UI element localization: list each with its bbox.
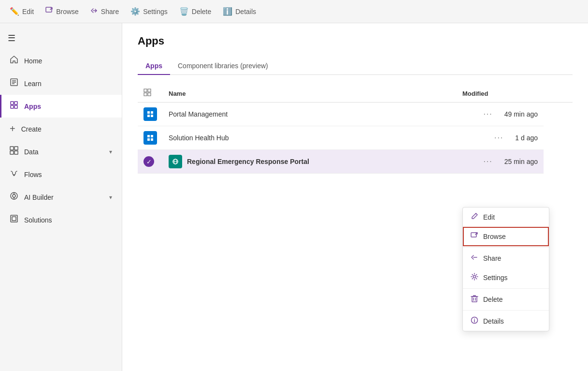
edit-icon: ✏️ <box>10 7 19 16</box>
row-modified-cell: ··· 49 min ago <box>457 103 544 126</box>
context-menu-share[interactable]: Share <box>463 249 549 268</box>
svg-rect-18 <box>11 215 17 222</box>
svg-rect-8 <box>14 105 17 108</box>
context-menu: Edit Browse Share <box>462 207 549 331</box>
content-area: Apps Apps Component libraries (preview) <box>122 23 588 371</box>
svg-rect-23 <box>148 93 151 96</box>
sidebar-solutions-label: Solutions <box>24 216 52 224</box>
context-menu-browse[interactable]: Browse <box>463 227 549 246</box>
sidebar-item-data[interactable]: Data ▾ <box>0 140 122 163</box>
main-layout: ☰ Home Learn <box>0 23 588 371</box>
sidebar-home-label: Home <box>24 57 42 65</box>
context-browse-label: Browse <box>483 233 506 240</box>
context-menu-delete[interactable]: Delete <box>463 290 549 309</box>
context-delete-label: Delete <box>483 296 502 303</box>
toolbar-settings[interactable]: ⚙️ Settings <box>130 7 168 16</box>
svg-rect-6 <box>14 102 17 104</box>
context-menu-edit[interactable]: Edit <box>463 208 549 227</box>
sidebar-create-label: Create <box>21 125 42 133</box>
create-icon: + <box>10 123 15 134</box>
sidebar-item-home[interactable]: Home <box>0 49 122 72</box>
col-header-icon[interactable] <box>138 85 163 103</box>
settings-icon: ⚙️ <box>130 7 140 16</box>
context-settings-label: Settings <box>483 274 508 282</box>
modified-text: 25 min ago <box>504 158 538 165</box>
context-details-label: Details <box>483 317 504 325</box>
svg-rect-24 <box>147 111 150 114</box>
context-share-icon <box>471 253 478 263</box>
sidebar-item-learn[interactable]: Learn <box>0 72 122 95</box>
svg-rect-21 <box>148 89 151 92</box>
sidebar-item-solutions[interactable]: Solutions <box>0 208 122 231</box>
tab-apps[interactable]: Apps <box>138 57 170 74</box>
sidebar-item-apps[interactable]: Apps <box>0 95 122 118</box>
row-modified-cell: ··· 25 min ago <box>457 150 544 174</box>
home-icon <box>10 55 18 66</box>
context-menu-settings[interactable]: Settings <box>463 268 549 287</box>
svg-rect-37 <box>472 297 477 302</box>
sidebar-ai-builder-label: AI Builder <box>24 193 54 201</box>
hamburger-button[interactable]: ☰ <box>0 27 122 49</box>
svg-rect-25 <box>151 111 153 114</box>
app-name: Regional Emergency Response Portal <box>187 158 309 165</box>
row-check-cell: ✓ <box>138 150 163 174</box>
svg-rect-29 <box>151 135 153 137</box>
toolbar-edit[interactable]: ✏️ Edit <box>10 7 34 16</box>
svg-rect-7 <box>11 105 14 108</box>
toolbar-settings-label: Settings <box>143 8 168 15</box>
svg-rect-28 <box>147 135 150 137</box>
sidebar-apps-label: Apps <box>24 103 41 110</box>
row-ellipsis-button[interactable]: ··· <box>479 155 496 168</box>
app-icon-regional <box>169 155 182 168</box>
tab-component-libraries[interactable]: Component libraries (preview) <box>170 57 276 74</box>
toolbar-share-label: Share <box>101 8 119 15</box>
browse-icon <box>45 7 53 16</box>
app-name-with-icon: Regional Emergency Response Portal <box>169 155 451 168</box>
row-modified-cell: ··· 1 d ago <box>457 126 544 150</box>
context-menu-details[interactable]: Details <box>463 312 549 331</box>
table-row[interactable]: Portal Management ··· 49 min ago <box>138 103 573 126</box>
sidebar-item-create[interactable]: + Create <box>0 118 122 140</box>
details-icon: ℹ️ <box>223 7 232 16</box>
context-delete-icon <box>471 295 478 304</box>
table-row-selected[interactable]: ✓ Regional Emergency Response <box>138 150 573 174</box>
data-icon <box>10 146 18 157</box>
toolbar-delete[interactable]: 🗑️ Delete <box>179 7 211 16</box>
ai-builder-icon <box>10 192 18 203</box>
svg-rect-10 <box>14 147 18 150</box>
col-header-modified[interactable]: Modified <box>457 85 544 103</box>
table-row[interactable]: Solution Health Hub ··· 1 d ago <box>138 126 573 150</box>
toolbar-edit-label: Edit <box>22 8 34 15</box>
context-edit-icon <box>471 212 478 222</box>
tabs: Apps Component libraries (preview) <box>138 57 573 75</box>
context-settings-icon <box>471 273 478 282</box>
share-icon <box>90 7 98 16</box>
row-icon-cell <box>138 103 163 126</box>
app-name: Solution Health Hub <box>169 134 229 142</box>
sidebar-item-ai-builder[interactable]: AI Builder ▾ <box>0 186 122 208</box>
selected-check-icon: ✓ <box>143 156 154 167</box>
svg-point-15 <box>13 194 15 197</box>
col-header-actions <box>544 85 573 103</box>
row-ellipsis-button[interactable]: ··· <box>490 132 507 144</box>
toolbar-details[interactable]: ℹ️ Details <box>223 7 256 16</box>
app-icon-portal-mgmt <box>143 107 157 121</box>
sidebar-flows-label: Flows <box>24 171 42 178</box>
menu-divider-2 <box>463 288 549 289</box>
svg-rect-5 <box>11 102 14 104</box>
row-ellipsis-button[interactable]: ··· <box>479 108 496 120</box>
toolbar-browse[interactable]: Browse <box>45 7 79 16</box>
svg-point-36 <box>473 276 476 278</box>
sidebar: ☰ Home Learn <box>0 23 122 371</box>
sidebar-item-flows[interactable]: Flows <box>0 163 122 186</box>
svg-rect-20 <box>144 89 147 92</box>
row-name-cell: Regional Emergency Response Portal <box>163 150 457 174</box>
toolbar-delete-label: Delete <box>192 8 211 15</box>
svg-rect-26 <box>147 115 150 117</box>
modified-text: 49 min ago <box>504 110 538 118</box>
delete-icon: 🗑️ <box>179 7 189 16</box>
toolbar-share[interactable]: Share <box>90 7 119 16</box>
col-header-name[interactable]: Name <box>163 85 457 103</box>
svg-rect-22 <box>144 93 147 96</box>
toolbar: ✏️ Edit Browse Share ⚙️ Settings 🗑️ Dele… <box>0 0 588 23</box>
